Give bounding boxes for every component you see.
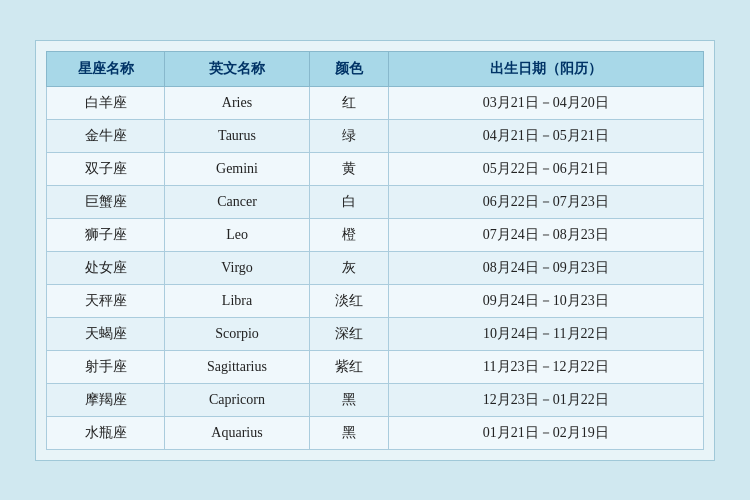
cell-english: Aries [165, 86, 310, 119]
main-container: 星座名称 英文名称 颜色 出生日期（阳历） 白羊座Aries红03月21日－04… [35, 40, 715, 461]
cell-date: 01月21日－02月19日 [388, 416, 703, 449]
cell-chinese: 射手座 [47, 350, 165, 383]
cell-color: 紫红 [309, 350, 388, 383]
cell-chinese: 双子座 [47, 152, 165, 185]
cell-chinese: 摩羯座 [47, 383, 165, 416]
cell-date: 07月24日－08月23日 [388, 218, 703, 251]
zodiac-table: 星座名称 英文名称 颜色 出生日期（阳历） 白羊座Aries红03月21日－04… [46, 51, 704, 450]
cell-english: Virgo [165, 251, 310, 284]
cell-chinese: 巨蟹座 [47, 185, 165, 218]
cell-chinese: 处女座 [47, 251, 165, 284]
cell-color: 橙 [309, 218, 388, 251]
cell-date: 04月21日－05月21日 [388, 119, 703, 152]
cell-english: Gemini [165, 152, 310, 185]
cell-date: 10月24日－11月22日 [388, 317, 703, 350]
table-row: 摩羯座Capricorn黑12月23日－01月22日 [47, 383, 704, 416]
table-row: 双子座Gemini黄05月22日－06月21日 [47, 152, 704, 185]
table-row: 天秤座Libra淡红09月24日－10月23日 [47, 284, 704, 317]
cell-date: 03月21日－04月20日 [388, 86, 703, 119]
header-chinese: 星座名称 [47, 51, 165, 86]
cell-color: 淡红 [309, 284, 388, 317]
cell-date: 05月22日－06月21日 [388, 152, 703, 185]
cell-chinese: 天秤座 [47, 284, 165, 317]
cell-date: 08月24日－09月23日 [388, 251, 703, 284]
cell-english: Leo [165, 218, 310, 251]
table-row: 狮子座Leo橙07月24日－08月23日 [47, 218, 704, 251]
cell-color: 白 [309, 185, 388, 218]
cell-chinese: 金牛座 [47, 119, 165, 152]
table-row: 水瓶座Aquarius黑01月21日－02月19日 [47, 416, 704, 449]
table-row: 处女座Virgo灰08月24日－09月23日 [47, 251, 704, 284]
cell-english: Cancer [165, 185, 310, 218]
cell-color: 灰 [309, 251, 388, 284]
cell-date: 11月23日－12月22日 [388, 350, 703, 383]
table-row: 白羊座Aries红03月21日－04月20日 [47, 86, 704, 119]
cell-chinese: 白羊座 [47, 86, 165, 119]
cell-date: 06月22日－07月23日 [388, 185, 703, 218]
cell-color: 红 [309, 86, 388, 119]
cell-color: 黄 [309, 152, 388, 185]
header-date: 出生日期（阳历） [388, 51, 703, 86]
cell-color: 黑 [309, 416, 388, 449]
header-color: 颜色 [309, 51, 388, 86]
cell-chinese: 水瓶座 [47, 416, 165, 449]
cell-date: 12月23日－01月22日 [388, 383, 703, 416]
cell-color: 黑 [309, 383, 388, 416]
table-row: 射手座Sagittarius紫红11月23日－12月22日 [47, 350, 704, 383]
cell-english: Taurus [165, 119, 310, 152]
cell-english: Libra [165, 284, 310, 317]
table-row: 天蝎座Scorpio深红10月24日－11月22日 [47, 317, 704, 350]
cell-english: Sagittarius [165, 350, 310, 383]
cell-date: 09月24日－10月23日 [388, 284, 703, 317]
cell-chinese: 狮子座 [47, 218, 165, 251]
cell-color: 深红 [309, 317, 388, 350]
header-english: 英文名称 [165, 51, 310, 86]
table-row: 金牛座Taurus绿04月21日－05月21日 [47, 119, 704, 152]
cell-english: Capricorn [165, 383, 310, 416]
cell-color: 绿 [309, 119, 388, 152]
cell-chinese: 天蝎座 [47, 317, 165, 350]
table-row: 巨蟹座Cancer白06月22日－07月23日 [47, 185, 704, 218]
cell-english: Aquarius [165, 416, 310, 449]
table-header-row: 星座名称 英文名称 颜色 出生日期（阳历） [47, 51, 704, 86]
cell-english: Scorpio [165, 317, 310, 350]
